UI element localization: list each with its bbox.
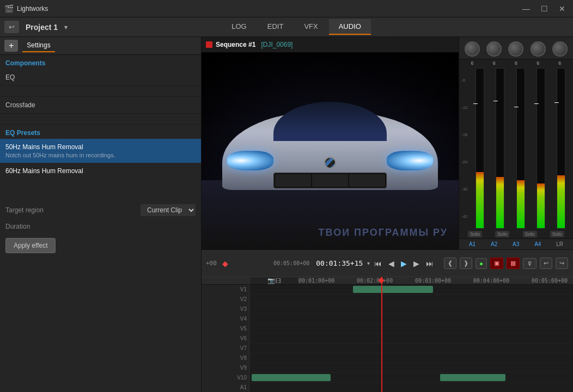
track-label-v8: V8 (202, 353, 249, 363)
track-content-v5[interactable] (249, 324, 573, 333)
clip-v1[interactable] (353, 286, 433, 293)
meter-top-4: 6 (537, 60, 539, 66)
minimize-button[interactable]: — (519, 3, 533, 14)
meter-knobs (459, 37, 573, 59)
track-content-v7[interactable] (249, 344, 573, 353)
track-content-v8[interactable] (249, 353, 573, 363)
btn-cut[interactable]: ▣ (490, 258, 503, 269)
back-button[interactable]: ↩ (4, 21, 19, 33)
btn-sync[interactable]: ● (476, 258, 487, 269)
timeline-cam-icon[interactable]: 📷 (267, 277, 275, 284)
clip-v10-1[interactable] (252, 374, 331, 382)
knob-3[interactable] (508, 41, 523, 57)
sequence-title: Sequence #1 (216, 41, 255, 48)
track-row-v4: V4 (202, 314, 573, 324)
preset-60hz-name: 60Hz Mains Hum Removal (5, 167, 196, 175)
track-label-v10: V10 (202, 373, 249, 382)
apply-effect-button[interactable]: Apply effect (5, 238, 56, 253)
btn-go-start[interactable]: ⏮ (372, 258, 384, 270)
track-content-v6[interactable] (249, 334, 573, 343)
clip-v10-2[interactable] (440, 374, 505, 382)
meter-ch1 (470, 68, 489, 229)
track-content-a1[interactable] (249, 383, 573, 392)
btn-mark-in[interactable]: ❰ (444, 258, 456, 269)
settings-tab-button[interactable]: Settings (22, 39, 54, 52)
time-offset: +00 (206, 260, 217, 267)
solo-btn-a2[interactable]: Solo (495, 231, 509, 237)
preset-50hz-name: 50Hz Mains Hum Removal (5, 143, 196, 151)
tab-log[interactable]: LOG (222, 19, 256, 35)
video-header: Sequence #1 [DJI_0069] (202, 37, 459, 52)
timecode-display: 00:01:35+15 (316, 259, 363, 267)
clip-name: [DJI_0069] (261, 41, 292, 48)
preset-60hz[interactable]: 60Hz Mains Hum Removal (0, 163, 201, 179)
track-row-v6: V6 (202, 334, 573, 344)
components-label: Components (0, 55, 201, 69)
solo-btn-a1[interactable]: Solo (468, 231, 482, 237)
component-crossfade[interactable]: Crossfade (0, 97, 201, 114)
btn-undo[interactable]: ↩ (540, 258, 552, 269)
btn-mark-out[interactable]: ❱ (460, 258, 472, 269)
timeline-film-icon[interactable]: 🎞 (275, 278, 281, 284)
time-end: 00:05:00+00 (273, 260, 309, 266)
knob-2[interactable] (486, 41, 502, 57)
add-component-button[interactable]: + (4, 40, 18, 52)
btn-delete[interactable]: ▦ (507, 258, 520, 269)
track-row-v8: V8 (202, 353, 573, 363)
meter-ch4 (531, 68, 550, 229)
ruler-t2: 00:03:00+00 (415, 278, 451, 284)
track-content-v9[interactable] (249, 363, 573, 372)
track-row-v2: V2 (202, 295, 573, 304)
component-eq[interactable]: EQ (0, 69, 201, 86)
panel-tabs: + Settings (0, 37, 201, 55)
btn-prev-frame[interactable]: ◀ (386, 258, 397, 270)
meter-top-5: 6 (558, 60, 561, 66)
solo-btn-a3[interactable]: Solo (523, 231, 537, 237)
btn-go-end[interactable]: ⏭ (424, 258, 436, 270)
ch-label-lr: LR (556, 241, 563, 247)
track-row-v5: V5 (202, 324, 573, 334)
target-region-row: Target region Current Clip All Clips (0, 201, 201, 219)
tab-edit[interactable]: EDIT (258, 19, 294, 35)
app-title: Lightworks (17, 5, 48, 13)
track-content-v2[interactable] (249, 295, 573, 304)
meter-ch3 (511, 68, 530, 229)
btn-play[interactable]: ▶ (399, 258, 409, 270)
target-region-select[interactable]: Current Clip All Clips (141, 204, 196, 216)
timeline-area: 📷 🎞 00:01:00+00 00:02:00+00 00:03:00+00 … (202, 277, 573, 392)
knob-1[interactable] (465, 41, 480, 57)
track-label-v6: V6 (202, 334, 249, 343)
video-area: Sequence #1 [DJI_0069] (202, 37, 573, 249)
btn-redo[interactable]: ↪ (556, 258, 568, 269)
track-content-v1[interactable] (249, 285, 573, 294)
track-content-v4[interactable] (249, 314, 573, 323)
window-controls[interactable]: — ☐ ✕ (519, 3, 569, 14)
menu-bar: ↩ Project 1 ▾ LOG EDIT VFX AUDIO (0, 17, 573, 37)
track-label-a1: A1 (202, 383, 249, 392)
solo-btn-a4[interactable]: Solo (550, 231, 564, 237)
track-content-v3[interactable] (249, 304, 573, 314)
btn-next-frame[interactable]: ▶ (411, 258, 422, 270)
track-row-a1: A1 (202, 383, 573, 392)
menu-tabs: LOG EDIT VFX AUDIO (222, 19, 371, 35)
knob-4[interactable] (531, 41, 546, 57)
close-button[interactable]: ✕ (556, 3, 569, 14)
solo-buttons: Solo Solo Solo Solo (459, 230, 573, 238)
track-row-v1: V1 (202, 285, 573, 295)
ch-label-a4: A4 (534, 241, 541, 247)
meter-label-30: -30 (461, 187, 468, 192)
meter-ch5 (552, 68, 571, 229)
left-panel: + Settings Components EQ Crossfade EQ Pr… (0, 37, 202, 392)
track-content-v10[interactable] (249, 373, 573, 382)
tab-vfx[interactable]: VFX (294, 19, 327, 35)
knob-5[interactable] (552, 41, 568, 57)
playhead-diamond-icon: ◆ (222, 259, 228, 268)
timecode-dropdown[interactable]: ▾ (367, 260, 370, 266)
maximize-button[interactable]: ☐ (538, 3, 551, 14)
preset-50hz[interactable]: 50Hz Mains Hum Removal Notch out 50Hz ma… (0, 139, 201, 163)
tab-audio[interactable]: AUDIO (329, 19, 371, 35)
track-label-v9: V9 (202, 363, 249, 372)
track-row-v7: V7 (202, 344, 573, 353)
meter-top-3: 6 (515, 60, 517, 66)
btn-mic[interactable]: 🎙 (523, 258, 537, 269)
